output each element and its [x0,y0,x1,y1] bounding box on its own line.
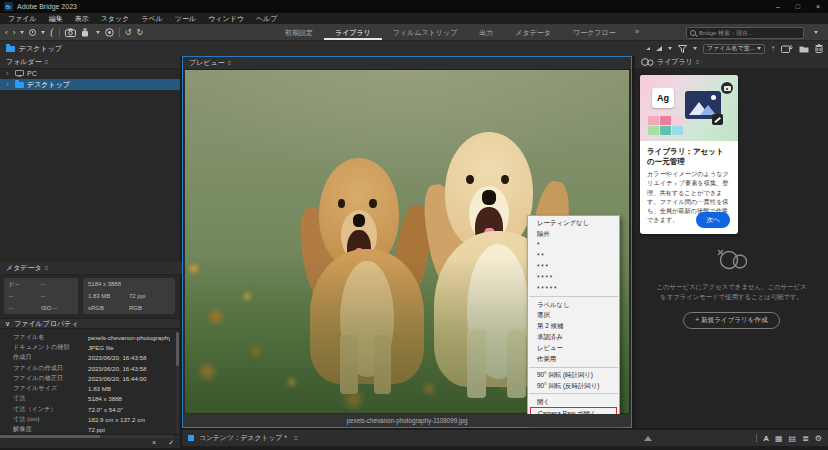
menu-item-no-rating[interactable]: レーティングなし [528,218,619,229]
recent-items-icon[interactable] [29,29,36,36]
cancel-metadata-icon[interactable]: × [152,439,156,447]
menu-item-rotate-ccw[interactable]: 90° 回転 (反時計回り) [528,380,619,391]
collapse-icon[interactable]: ∨ [5,320,10,328]
refine-chevron-down-icon[interactable] [96,31,100,34]
apply-metadata-icon[interactable]: ✓ [168,439,174,447]
tabs-overflow-icon[interactable]: » [627,24,647,40]
tab-workflow[interactable]: ワークフロー [562,24,627,40]
list-view-icon[interactable]: ≣ [802,434,809,443]
libraries-panel-title: ライブラリ [657,57,693,67]
menu-item-4-stars[interactable]: * * * * [528,272,619,283]
sort-ascending-icon[interactable]: ↑ [771,45,775,53]
preview-panel-header[interactable]: プレビュー ≡ [183,57,631,70]
thumbnail-view-icon[interactable]: ▦ [775,434,783,443]
menu-separator [529,393,618,394]
menu-stacks[interactable]: スタック [95,14,136,24]
boomerang-icon[interactable]: ( [50,27,53,37]
thumbnail-size-slider[interactable] [644,436,652,441]
menu-item-review[interactable]: レビュー [528,343,619,354]
libraries-panel-header[interactable]: ライブラリ ≡ [635,56,828,69]
nav-chevron-down-icon[interactable] [20,31,24,34]
rotate-cw-icon[interactable]: ↻ [136,28,143,37]
menu-item-approved[interactable]: 承認済み [528,332,619,343]
menu-item-2-stars[interactable]: * * [528,251,619,262]
trash-icon[interactable] [815,44,823,53]
maximize-button[interactable]: □ [796,3,800,10]
menu-item-rotate-cw[interactable]: 90° 回転 (時計回り) [528,370,619,381]
new-library-button[interactable]: + 新規ライブラリを作成 [683,312,780,329]
filter-chevron-down-icon[interactable] [693,47,697,50]
search-box[interactable] [686,27,804,39]
menu-window[interactable]: ウィンドウ [202,14,250,24]
close-button[interactable]: × [816,3,820,10]
horizontal-scrollbar[interactable] [0,435,174,438]
menu-edit[interactable]: 編集 [43,14,69,24]
sort-dropdown[interactable]: ファイル名で並... [703,44,765,54]
new-folder-icon[interactable] [799,45,809,53]
disclosure-icon[interactable]: › [6,70,12,78]
menu-item-no-label[interactable]: ラベルなし [528,299,619,310]
menu-item-5-stars[interactable]: * * * * * [528,283,619,294]
lock-thumbnail-grid-icon[interactable]: A [763,434,769,443]
menu-item-3-stars[interactable]: * * * [528,262,619,273]
property-value: 182.9 cm x 137.2 cm [88,416,145,423]
panel-menu-icon[interactable]: ≡ [45,59,49,65]
panel-menu-icon[interactable]: ≡ [294,435,298,441]
panel-menu-icon[interactable]: ≡ [45,265,49,271]
menu-item-todo[interactable]: 作業用 [528,354,619,365]
get-photos-camera-icon[interactable] [65,28,76,37]
workspace-tabs: 初期設定 ライブラリ フィルムストリップ 出力 メタデータ ワークフロー » [274,24,647,40]
breadcrumb-label: デスクトップ [19,44,62,54]
sort-chevron-down-icon [757,47,761,50]
quality-chevron-down-icon[interactable] [668,47,672,50]
tab-filmstrip[interactable]: フィルムストリップ [382,24,468,40]
panel-menu-icon[interactable]: ≡ [228,60,232,66]
open-in-camera-raw-icon[interactable] [105,28,114,37]
tab-output[interactable]: 出力 [468,24,504,40]
metadata-panel-header[interactable]: メタデータ ≡ [0,262,186,275]
settings-gear-icon[interactable]: ⚙ [815,434,822,443]
filter-icon[interactable] [678,45,687,53]
disclosure-icon[interactable]: › [6,81,12,89]
tree-item-desktop[interactable]: › デスクトップ [0,79,180,90]
resolution-value: 72 ppi [129,293,170,299]
panel-menu-icon[interactable]: ≡ [696,59,700,65]
menu-tools[interactable]: ツール [169,14,202,24]
recent-chevron-down-icon[interactable] [41,31,45,34]
import-icon[interactable] [781,44,793,53]
tab-essentials[interactable]: 初期設定 [274,24,324,40]
search-input[interactable] [699,30,800,36]
menu-label[interactable]: ラベル [135,14,169,24]
menu-item-second[interactable]: 第 2 候補 [528,321,619,332]
tree-item-pc[interactable]: › PC [0,68,180,79]
tab-metadata[interactable]: メタデータ [504,24,562,40]
thumbnail-quality-icon[interactable] [646,47,650,50]
menu-help[interactable]: ヘルプ [250,14,284,24]
menu-file[interactable]: ファイル [2,14,43,24]
menu-item-reject[interactable]: 除外 [528,229,619,240]
file-properties-section[interactable]: ∨ ファイルプロパティ [0,318,180,329]
search-chevron-down-icon[interactable] [814,31,818,34]
menu-item-1-star[interactable]: * [528,240,619,251]
breadcrumb[interactable]: デスクトップ [6,41,62,56]
refine-icon[interactable] [81,28,91,37]
menu-item-open[interactable]: 開く [528,396,619,407]
preview-quality-icon[interactable] [656,46,662,51]
file-settings-box: 5184 x 3888 1.83 MB 72 ppi sRGB RGB [83,278,175,314]
menu-item-select[interactable]: 選択 [528,310,619,321]
next-button[interactable]: 次へ [696,212,730,228]
rotate-ccw-icon[interactable]: ↺ [125,28,132,37]
property-label: ファイルの作成日 [0,364,88,373]
forward-icon[interactable]: › [13,28,16,37]
camera-badge-icon [721,82,733,94]
tab-libraries[interactable]: ライブラリ [324,24,382,40]
vertical-scrollbar[interactable] [176,332,179,440]
property-label: ファイルサイズ [0,384,88,393]
context-menu: レーティングなし 除外 * * * * * * * * * * * * * * … [527,215,620,423]
menu-view[interactable]: 表示 [69,14,95,24]
back-icon[interactable]: ‹ [5,28,8,37]
content-tab-label: コンテンツ：デスクトップ＊ [199,433,289,443]
content-tab[interactable]: コンテンツ：デスクトップ＊ ≡ [188,430,298,446]
detail-view-icon[interactable]: ▤ [789,434,797,443]
minimize-button[interactable]: – [776,3,780,10]
